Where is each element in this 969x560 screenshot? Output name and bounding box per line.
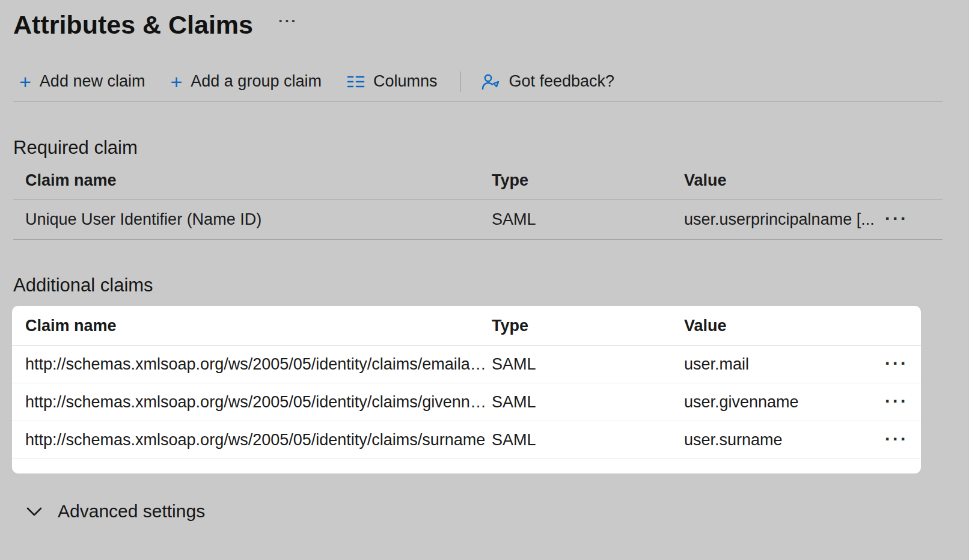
command-toolbar: + Add new claim + Add a group claim <box>13 65 943 102</box>
table-row[interactable]: http://schemas.xmlsoap.org/ws/2005/05/id… <box>12 345 921 383</box>
plus-icon: + <box>170 73 182 90</box>
columns-icon <box>347 74 365 90</box>
additional-claims-heading: Additional claims <box>13 275 969 296</box>
row-more-options-icon[interactable]: ··· <box>880 210 913 227</box>
column-header-claim-name[interactable]: Claim name <box>12 317 492 335</box>
type-cell: SAML <box>492 393 684 412</box>
column-header-type[interactable]: Type <box>492 171 684 190</box>
column-header-type[interactable]: Type <box>492 317 684 335</box>
toolbar-divider <box>460 72 460 92</box>
type-cell: SAML <box>492 355 684 374</box>
plus-icon: + <box>19 73 31 90</box>
add-new-claim-label: Add new claim <box>40 72 145 91</box>
table-row[interactable]: http://schemas.xmlsoap.org/ws/2005/05/id… <box>12 421 921 459</box>
row-more-options-icon[interactable]: ··· <box>880 393 913 410</box>
add-group-claim-label: Add a group claim <box>191 72 322 91</box>
value-cell: user.surname <box>684 431 880 449</box>
value-cell: user.mail <box>684 355 880 374</box>
additional-claims-header-row: Claim name Type Value <box>12 307 921 345</box>
chevron-down-icon <box>25 505 43 517</box>
column-header-claim-name[interactable]: Claim name <box>13 171 492 190</box>
required-claim-header-row: Claim name Type Value <box>13 162 943 199</box>
row-more-options-icon[interactable]: ··· <box>880 355 913 372</box>
claim-name-cell[interactable]: http://schemas.xmlsoap.org/ws/2005/05/id… <box>12 393 492 412</box>
claim-name-cell[interactable]: Unique User Identifier (Name ID) <box>13 210 492 229</box>
type-cell: SAML <box>492 210 684 229</box>
got-feedback-button[interactable]: Got feedback? <box>475 68 620 94</box>
feedback-person-icon <box>481 73 500 91</box>
columns-button[interactable]: Columns <box>341 68 444 94</box>
claim-name-cell[interactable]: http://schemas.xmlsoap.org/ws/2005/05/id… <box>12 355 492 374</box>
column-header-value[interactable]: Value <box>684 317 880 335</box>
add-new-claim-button[interactable]: + Add new claim <box>13 68 151 94</box>
page-context-menu-icon[interactable]: ··· <box>278 12 298 31</box>
claim-name-cell[interactable]: http://schemas.xmlsoap.org/ws/2005/05/id… <box>12 431 492 449</box>
columns-label: Columns <box>373 72 438 91</box>
table-row[interactable]: http://schemas.xmlsoap.org/ws/2005/05/id… <box>12 383 921 421</box>
value-cell: user.userprincipalname [... <box>684 210 880 229</box>
column-header-value[interactable]: Value <box>684 171 880 190</box>
add-group-claim-button[interactable]: + Add a group claim <box>164 68 327 94</box>
additional-claims-table: Claim name Type Value http://schemas.xml… <box>12 306 921 473</box>
type-cell: SAML <box>492 431 684 449</box>
advanced-settings-expander[interactable]: Advanced settings <box>25 501 205 522</box>
page-header: Attributes & Claims ··· <box>0 0 969 42</box>
attributes-claims-page: Attributes & Claims ··· + Add new claim … <box>0 0 969 560</box>
page-title: Attributes & Claims <box>13 7 253 42</box>
required-claim-heading: Required claim <box>13 137 969 159</box>
required-claim-table: Claim name Type Value Unique User Identi… <box>13 162 943 240</box>
value-cell: user.givenname <box>684 393 880 412</box>
advanced-settings-label: Advanced settings <box>58 501 205 522</box>
got-feedback-label: Got feedback? <box>509 72 614 91</box>
table-row[interactable]: Unique User Identifier (Name ID) SAML us… <box>13 199 943 240</box>
row-more-options-icon[interactable]: ··· <box>880 431 913 448</box>
